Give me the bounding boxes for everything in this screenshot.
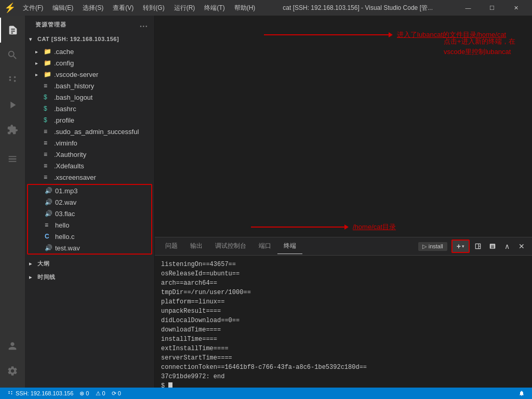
file-icon: ≡ (44, 151, 52, 158)
kill-terminal-button[interactable] (486, 240, 499, 252)
terminal-output[interactable]: listeningOn==43657== osReleaseId==ubuntu… (155, 256, 532, 388)
source-control-activity-icon[interactable] (0, 68, 25, 92)
c-file-icon: C (45, 233, 53, 240)
terminal-instance-label[interactable]: ▷ install (418, 242, 447, 251)
tab-output[interactable]: 输出 (184, 238, 209, 254)
tree-item-sudo[interactable]: ≡ .sudo_as_admin_successful (25, 126, 154, 137)
chevron-right-icon: ▸ (35, 49, 44, 55)
new-terminal-button[interactable]: + ▾ (451, 240, 470, 253)
menu-goto[interactable]: 转到(G) (139, 3, 168, 14)
terminal-icon: ▷ (422, 243, 427, 250)
menu-select[interactable]: 选择(S) (78, 3, 108, 14)
tree-item-viminfo[interactable]: ≡ .viminfo (25, 137, 154, 149)
maximize-panel-button[interactable]: ∧ (501, 240, 513, 252)
tree-item-02wav[interactable]: 🔊 02.wav (28, 196, 151, 208)
tab-ports[interactable]: 端口 (252, 238, 277, 254)
item-label: .Xdefaults (54, 162, 84, 170)
tree-item-bashrc[interactable]: $ .bashrc (25, 103, 154, 114)
activity-bar (0, 16, 25, 388)
close-button[interactable]: ✕ (504, 0, 528, 16)
tree-item-xdefaults[interactable]: ≡ .Xdefaults (25, 160, 154, 171)
item-label: 03.flac (55, 210, 75, 218)
tab-problems[interactable]: 问题 (159, 238, 184, 254)
arrow-line (251, 227, 344, 228)
terminal-line: downloadTime==== (161, 325, 526, 335)
errors-status-item[interactable]: ⊗ 0 (76, 388, 92, 399)
terminal-panel: 问题 输出 调试控制台 端口 终端 ▷ install + ▾ (155, 237, 532, 388)
status-bar: SSH: 192.168.103.156 ⊗ 0 ⚠ 0 ⟳ 0 (0, 388, 532, 399)
account-activity-icon[interactable] (0, 334, 25, 358)
tree-item-hello[interactable]: ≡ hello (28, 219, 151, 231)
split-terminal-button[interactable] (472, 240, 484, 252)
mid-annotation-text: /home/cat目录 (353, 222, 396, 232)
item-label: .cache (54, 48, 74, 56)
explorer-activity-icon[interactable] (0, 18, 25, 43)
file-icon: ≡ (44, 174, 52, 181)
item-label: .xscreensaver (54, 174, 96, 181)
extensions-activity-icon[interactable] (0, 117, 25, 142)
tree-item-profile[interactable]: $ .profile (25, 114, 154, 126)
maximize-button[interactable]: ☐ (480, 0, 504, 16)
terminal-line: extInstallTime==== (161, 344, 526, 353)
tree-item-bash-history[interactable]: ≡ .bash_history (25, 80, 154, 91)
terminal-cursor (168, 382, 172, 388)
notifications-icon[interactable] (515, 388, 528, 399)
menu-help[interactable]: 帮助(H) (230, 3, 260, 14)
menu-terminal[interactable]: 终端(T) (200, 3, 229, 14)
sync-status-item[interactable]: ⟳ 0 (109, 388, 124, 399)
sidebar-more-button[interactable]: ... (140, 20, 148, 29)
tree-item-cache[interactable]: ▸ 📁 .cache (25, 46, 154, 57)
close-panel-button[interactable]: ✕ (515, 240, 528, 252)
audio-icon: 🔊 (45, 210, 53, 217)
window-controls[interactable]: — ☐ ✕ (456, 0, 528, 16)
tab-terminal[interactable]: 终端 (277, 238, 302, 254)
item-label: .profile (54, 116, 74, 124)
audio-icon: 🔊 (45, 187, 53, 194)
terminal-line: didLocalDownload==0== (161, 316, 526, 325)
menu-edit[interactable]: 编辑(E) (48, 3, 77, 14)
content-area: 进入了lubancat的文件目录/home/cat /home/cat目录 问题… (155, 16, 532, 388)
top-annotation-text: 进入了lubancat的文件目录/home/cat (397, 30, 506, 39)
run-activity-icon[interactable] (0, 92, 25, 117)
tree-item-vscode-server[interactable]: ▸ 📁 .vscode-server (25, 69, 154, 80)
terminal-line: arch==aarch64== (161, 278, 526, 288)
plus-icon: + (457, 242, 461, 250)
arrowhead-icon (344, 224, 349, 230)
file-icon: $ (44, 94, 52, 101)
remote-status-item[interactable]: SSH: 192.168.103.156 (4, 388, 76, 399)
tree-item-helloc[interactable]: C hello.c (28, 231, 151, 242)
file-icon: ≡ (44, 162, 52, 169)
menu-file[interactable]: 文件(F) (19, 3, 47, 14)
outline-section[interactable]: ▸ 大纲 (25, 257, 154, 270)
menu-view[interactable]: 查看(V) (109, 3, 138, 14)
tree-item-03flac[interactable]: 🔊 03.flac (28, 208, 151, 219)
panel-tab-bar: 问题 输出 调试控制台 端口 终端 ▷ install + ▾ (155, 237, 532, 256)
terminal-label: install (429, 243, 443, 249)
minimize-button[interactable]: — (456, 0, 480, 16)
tree-root-item[interactable]: ▾ CAT [SSH: 192.168.103.156] (25, 32, 154, 46)
chevron-right-icon: ▸ (35, 60, 44, 66)
tree-item-testwav[interactable]: 🔊 test.wav (28, 242, 151, 254)
warnings-status-item[interactable]: ⚠ 0 (92, 388, 109, 399)
tree-item-bash-logout[interactable]: $ .bash_logout (25, 91, 154, 103)
sidebar-header: 资源管理器 ... (25, 16, 154, 31)
remote-activity-icon[interactable] (0, 147, 25, 171)
tree-item-xscreensaver[interactable]: ≡ .xscreensaver (25, 171, 154, 183)
terminal-line: unpackResult==== (161, 307, 526, 316)
terminal-line: osReleaseId==ubuntu== (161, 269, 526, 278)
tree-item-01mp3[interactable]: 🔊 01.mp3 (28, 185, 151, 196)
tree-item-config[interactable]: ▸ 📁 .config (25, 57, 154, 69)
audio-icon: 🔊 (45, 244, 53, 251)
menu-bar[interactable]: 文件(F) 编辑(E) 选择(S) 查看(V) 转到(G) 运行(R) 终端(T… (19, 3, 259, 14)
settings-activity-icon[interactable] (0, 358, 25, 383)
search-activity-icon[interactable] (0, 43, 25, 68)
timeline-section[interactable]: ▸ 时间线 (25, 270, 154, 284)
sidebar-title: 资源管理器 (35, 21, 66, 29)
window-title: cat [SSH: 192.168.103.156] - Visual Stud… (259, 4, 456, 12)
menu-run[interactable]: 运行(R) (170, 3, 200, 14)
terminal-line: 37c91bde9972: end (161, 372, 526, 381)
terminal-prompt: $ (161, 381, 526, 388)
main-layout: 资源管理器 ... ▾ CAT [SSH: 192.168.103.156] ▸… (0, 16, 532, 388)
tree-item-xauthority[interactable]: ≡ .Xauthority (25, 149, 154, 160)
tab-debug-console[interactable]: 调试控制台 (209, 238, 252, 254)
